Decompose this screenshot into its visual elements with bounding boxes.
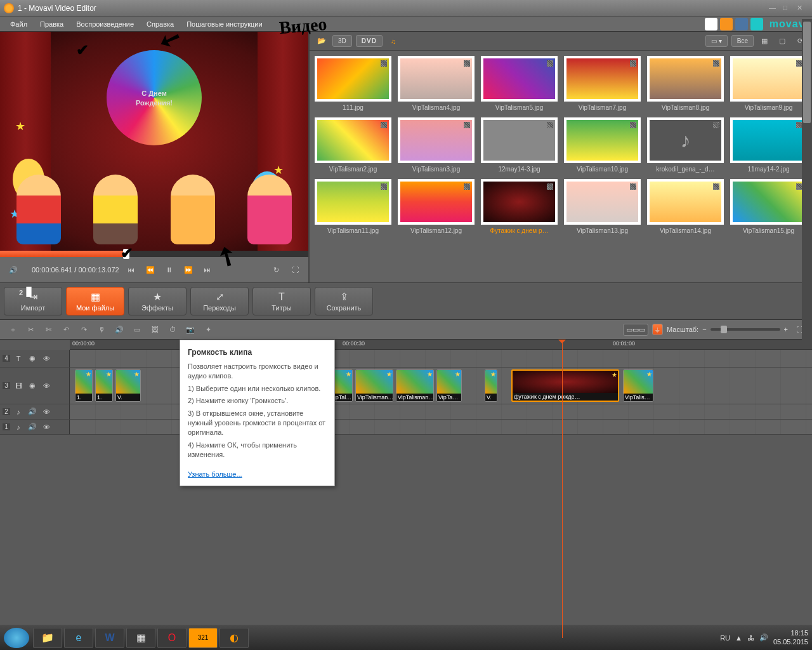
track-visible-icon[interactable]: 👁: [41, 380, 52, 392]
tab-transitions[interactable]: ⤢Переходы: [190, 287, 249, 315]
clip-tool-icon[interactable]: ▭: [129, 322, 145, 337]
tooltip-link[interactable]: Узнать больше...: [188, 470, 242, 478]
scrub-bar[interactable]: [0, 251, 308, 257]
timeline-clip[interactable]: ★VipTalis…: [623, 369, 653, 402]
folder-open-icon[interactable]: 📂: [315, 34, 329, 48]
library-thumb[interactable]: VipTalisman14.jpg: [647, 179, 724, 234]
redo-icon[interactable]: ↷: [76, 322, 91, 337]
track-fx-icon[interactable]: ◉: [27, 380, 38, 392]
tray-volume-icon[interactable]: 🔊: [759, 633, 768, 642]
library-thumb[interactable]: 11may14-2.jpg: [730, 117, 807, 173]
prev-button[interactable]: ⏮: [124, 263, 138, 277]
library-thumb[interactable]: VipTalisman5.jpg: [481, 56, 558, 111]
library-thumb[interactable]: VipTalisman7.jpg: [564, 56, 641, 111]
library-thumb[interactable]: 111.jpg: [315, 56, 391, 111]
track-mute-icon[interactable]: 🔊: [27, 421, 38, 433]
menu-playback[interactable]: Воспроизведение: [70, 18, 140, 30]
timeline-clip[interactable]: ★VipTalisman…: [396, 369, 434, 402]
tray-clock[interactable]: 18:1505.05.2015: [773, 629, 808, 646]
library-thumb[interactable]: VipTalisman8.jpg: [647, 56, 724, 111]
tray-network-icon[interactable]: 🖧: [747, 634, 754, 642]
library-thumb[interactable]: VipTalisman13.jpg: [564, 179, 641, 234]
view-film-icon[interactable]: ▦: [757, 34, 771, 48]
track-mute-icon[interactable]: 🔊: [27, 406, 38, 418]
track-visible-icon[interactable]: 👁: [41, 421, 52, 433]
view-grid-icon[interactable]: ▢: [775, 34, 789, 48]
cut-icon[interactable]: ✂: [23, 322, 38, 337]
undo-icon[interactable]: ↶: [58, 322, 74, 337]
dvd-button[interactable]: DVD: [356, 35, 383, 47]
camera-icon[interactable]: 📷: [183, 322, 198, 337]
taskbar-explorer[interactable]: 📁: [33, 628, 62, 648]
crop-button[interactable]: ⛶: [288, 263, 302, 277]
odnoklassniki-icon[interactable]: [720, 18, 733, 30]
library-thumb[interactable]: VipTalisman10.jpg: [564, 117, 641, 173]
menu-edit[interactable]: Правка: [34, 18, 70, 30]
view-dropdown[interactable]: ▭ ▾: [705, 35, 728, 47]
picture-tool-icon[interactable]: 🖼: [147, 322, 162, 337]
library-thumb[interactable]: VipTalisman11.jpg: [315, 179, 391, 234]
youtube-icon[interactable]: [705, 18, 717, 30]
rewind-button[interactable]: ⏪: [143, 263, 157, 277]
timeline-clip[interactable]: ★1.: [95, 369, 113, 402]
forward-button[interactable]: ⏩: [181, 263, 195, 277]
timeline-clip[interactable]: ★VipTa…: [436, 369, 462, 402]
system-tray[interactable]: RU ▲ 🖧 🔊 18:1505.05.2015: [720, 629, 808, 646]
library-thumb[interactable]: VipTalisman15.jpg: [730, 179, 807, 234]
timeline-clip[interactable]: ★V.: [485, 369, 497, 402]
next-button[interactable]: ⏭: [200, 263, 214, 277]
library-thumb[interactable]: VipTalisman12.jpg: [398, 179, 475, 234]
timeline-clip[interactable]: ★VipTalisman…: [355, 369, 393, 402]
library-thumb[interactable]: 12may14-3.jpg: [481, 117, 558, 173]
volume-tool-icon[interactable]: 🔊: [112, 322, 127, 337]
tray-lang[interactable]: RU: [720, 634, 730, 642]
library-thumb[interactable]: VipTalisman9.jpg: [730, 56, 807, 111]
track-fx-icon[interactable]: ◉: [27, 353, 38, 364]
menu-help[interactable]: Справка: [140, 18, 180, 30]
minimize-button[interactable]: —: [769, 4, 780, 13]
volume-icon[interactable]: 🔊: [6, 263, 20, 277]
pause-button[interactable]: ⏸: [162, 263, 176, 277]
maximize-button[interactable]: □: [783, 4, 794, 13]
storyboard-mode[interactable]: ▭▭▭: [623, 324, 648, 336]
zoom-slider[interactable]: [710, 328, 780, 331]
playhead[interactable]: [562, 340, 563, 638]
3d-button[interactable]: 3D: [332, 35, 352, 47]
record-icon[interactable]: 🎙: [94, 322, 109, 337]
taskbar-word[interactable]: W: [95, 628, 124, 648]
menu-tutorial[interactable]: Пошаговые инструкции: [180, 18, 268, 30]
slomo-icon[interactable]: ⏱: [165, 322, 180, 337]
tab-import[interactable]: ⇥Импорт: [4, 287, 62, 315]
tab-titles[interactable]: TТитры: [252, 287, 311, 315]
loop-button[interactable]: ↻: [269, 263, 283, 277]
taskbar-opera[interactable]: O: [157, 628, 187, 648]
taskbar-app[interactable]: ▦: [126, 628, 155, 648]
zoom-in-icon[interactable]: +: [784, 326, 788, 333]
add-track-icon[interactable]: ＋: [5, 322, 20, 337]
library-thumb[interactable]: VipTalisman2.jpg: [315, 117, 391, 173]
audio-import-icon[interactable]: ♫: [386, 34, 400, 48]
taskbar-mpc[interactable]: 321: [188, 628, 218, 648]
menu-file[interactable]: Файл: [4, 18, 34, 30]
timeline-clip[interactable]: ★1.: [75, 369, 93, 402]
tab-myfiles[interactable]: ▦Мои файлы: [66, 287, 124, 315]
timeline-clip[interactable]: ★V.: [115, 369, 141, 402]
movavi-site-icon[interactable]: [750, 18, 763, 30]
track-visible-icon[interactable]: 👁: [41, 406, 52, 418]
tray-flag-icon[interactable]: ▲: [735, 634, 742, 642]
library-thumb[interactable]: VipTalisman3.jpg: [398, 117, 475, 173]
split-icon[interactable]: ✄: [41, 322, 56, 337]
library-thumb[interactable]: Футажик с днем р…: [481, 179, 558, 234]
close-button[interactable]: ✕: [797, 4, 808, 13]
taskbar-movavi[interactable]: ◐: [219, 628, 249, 648]
timeline-clip[interactable]: ★футажик с днем рожде…: [511, 369, 619, 402]
tab-save[interactable]: ⇪Сохранить: [315, 287, 373, 315]
filter-all[interactable]: Все: [731, 35, 754, 47]
start-button[interactable]: [4, 628, 29, 648]
zoom-out-icon[interactable]: −: [702, 326, 706, 333]
track-visible-icon[interactable]: 👁: [41, 353, 52, 364]
library-thumb[interactable]: VipTalisman4.jpg: [398, 56, 475, 111]
vk-icon[interactable]: [735, 18, 748, 30]
taskbar-ie[interactable]: e: [64, 628, 93, 648]
effect-tool-icon[interactable]: ✦: [200, 322, 216, 337]
